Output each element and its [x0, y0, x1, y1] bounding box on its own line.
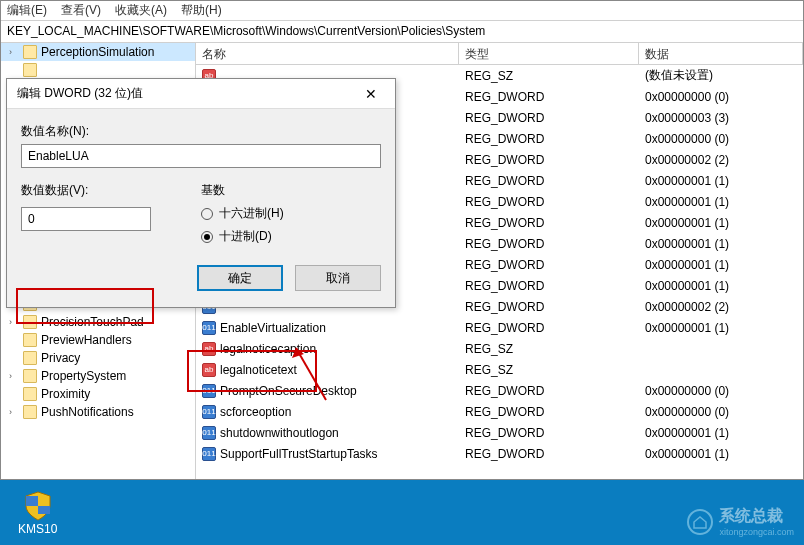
desktop-icon-kms10[interactable]: KMS10 [18, 490, 57, 536]
value-name: scforceoption [220, 405, 291, 419]
tree-item-label: Proximity [41, 387, 90, 401]
dialog-title-bar[interactable]: 编辑 DWORD (32 位)值 ✕ [7, 79, 395, 109]
menu-edit[interactable]: 编辑(E) [7, 2, 47, 19]
address-bar[interactable]: KEY_LOCAL_MACHINE\SOFTWARE\Microsoft\Win… [1, 21, 803, 43]
value-data: 0x00000001 (1) [639, 216, 803, 230]
value-type: REG_SZ [459, 69, 639, 83]
tree-item[interactable]: ›PerceptionSimulation [1, 43, 195, 61]
tree-item[interactable]: ›PropertySystem [1, 367, 195, 385]
svg-rect-3 [38, 506, 50, 514]
value-data: 0x00000001 (1) [639, 426, 803, 440]
value-name-input[interactable]: EnableLUA [21, 144, 381, 168]
tree-item-label: PushNotifications [41, 405, 134, 419]
value-data: 0x00000000 (0) [639, 132, 803, 146]
value-type: REG_DWORD [459, 405, 639, 419]
value-data: 0x00000001 (1) [639, 174, 803, 188]
radio-hex[interactable] [201, 208, 213, 220]
value-type: REG_DWORD [459, 384, 639, 398]
value-type: REG_DWORD [459, 321, 639, 335]
edit-dword-dialog: 编辑 DWORD (32 位)值 ✕ 数值名称(N): EnableLUA 数值… [6, 78, 396, 308]
dword-value-icon: 011 [202, 405, 216, 419]
chevron-right-icon[interactable]: › [9, 371, 19, 381]
string-value-icon: ab [202, 342, 216, 356]
desktop-icon-label: KMS10 [18, 522, 57, 536]
tree-item[interactable]: ›PrecisionTouchPad [1, 313, 195, 331]
cancel-button[interactable]: 取消 [295, 265, 381, 291]
dword-value-icon: 011 [202, 426, 216, 440]
col-header-name[interactable]: 名称 [196, 43, 459, 64]
value-data: 0x00000000 (0) [639, 384, 803, 398]
tree-item-label: Privacy [41, 351, 80, 365]
folder-icon [23, 387, 37, 401]
value-type: REG_DWORD [459, 447, 639, 461]
list-row[interactable]: ablegalnoticecaptionREG_SZ [196, 338, 803, 359]
value-data: 0x00000002 (2) [639, 300, 803, 314]
menu-view[interactable]: 查看(V) [61, 2, 101, 19]
tree-item[interactable]: Proximity [1, 385, 195, 403]
value-data: 0x00000001 (1) [639, 258, 803, 272]
folder-icon [23, 333, 37, 347]
list-row[interactable]: 011EnableVirtualizationREG_DWORD0x000000… [196, 317, 803, 338]
value-data: 0x00000002 (2) [639, 153, 803, 167]
value-type: REG_DWORD [459, 237, 639, 251]
list-row[interactable]: 011scforceoptionREG_DWORD0x00000000 (0) [196, 401, 803, 422]
folder-icon [23, 63, 37, 77]
dialog-body: 数值名称(N): EnableLUA 数值数据(V): 基数 十六进制(H) 十… [7, 109, 395, 307]
chevron-right-icon[interactable]: › [9, 317, 19, 327]
chevron-right-icon[interactable]: › [9, 407, 19, 417]
close-icon[interactable]: ✕ [357, 84, 385, 104]
string-value-icon: ab [202, 363, 216, 377]
list-row[interactable]: ablegalnoticetextREG_SZ [196, 359, 803, 380]
watermark-logo-icon [687, 509, 713, 535]
value-name: EnableVirtualization [220, 321, 326, 335]
chevron-right-icon[interactable]: › [9, 47, 19, 57]
list-row[interactable]: 011shutdownwithoutlogonREG_DWORD0x000000… [196, 422, 803, 443]
folder-icon [23, 369, 37, 383]
value-data: 0x00000000 (0) [639, 90, 803, 104]
ok-button[interactable]: 确定 [197, 265, 283, 291]
value-name-label: 数值名称(N): [21, 123, 381, 140]
radio-hex-row[interactable]: 十六进制(H) [201, 205, 284, 222]
radio-dec-label: 十进制(D) [219, 228, 272, 245]
menu-bar: 编辑(E) 查看(V) 收藏夹(A) 帮助(H) [1, 1, 803, 21]
value-data: 0x00000003 (3) [639, 111, 803, 125]
value-data: 0x00000001 (1) [639, 279, 803, 293]
watermark-url: xitongzongcai.com [719, 527, 794, 537]
list-row[interactable]: 011SupportFullTrustStartupTasksREG_DWORD… [196, 443, 803, 464]
value-data: 0x00000001 (1) [639, 321, 803, 335]
radio-dec[interactable] [201, 231, 213, 243]
value-type: REG_DWORD [459, 174, 639, 188]
value-type: REG_DWORD [459, 153, 639, 167]
tree-item-label: PropertySystem [41, 369, 126, 383]
dword-value-icon: 011 [202, 384, 216, 398]
shield-icon [22, 490, 54, 522]
tree-item[interactable]: ›PushNotifications [1, 403, 195, 421]
folder-icon [23, 45, 37, 59]
tree-item[interactable]: PreviewHandlers [1, 331, 195, 349]
value-data: 0x00000001 (1) [639, 195, 803, 209]
col-header-type[interactable]: 类型 [459, 43, 639, 64]
value-data: (数值未设置) [639, 67, 803, 84]
value-type: REG_DWORD [459, 426, 639, 440]
value-type: REG_DWORD [459, 216, 639, 230]
value-name: legalnoticecaption [220, 342, 316, 356]
tree-item[interactable]: Privacy [1, 349, 195, 367]
value-type: REG_SZ [459, 342, 639, 356]
dword-value-icon: 011 [202, 447, 216, 461]
list-row[interactable]: 011PromptOnSecureDesktopREG_DWORD0x00000… [196, 380, 803, 401]
tree-item-label: PrecisionTouchPad [41, 315, 144, 329]
list-header: 名称 类型 数据 [196, 43, 803, 65]
value-data: 0x00000000 (0) [639, 405, 803, 419]
menu-favorites[interactable]: 收藏夹(A) [115, 2, 167, 19]
value-data: 0x00000001 (1) [639, 447, 803, 461]
radio-dec-row[interactable]: 十进制(D) [201, 228, 284, 245]
dialog-title: 编辑 DWORD (32 位)值 [17, 85, 143, 102]
tree-item[interactable] [1, 61, 195, 79]
col-header-data[interactable]: 数据 [639, 43, 803, 64]
value-type: REG_DWORD [459, 111, 639, 125]
folder-icon [23, 351, 37, 365]
value-type: REG_DWORD [459, 195, 639, 209]
menu-help[interactable]: 帮助(H) [181, 2, 222, 19]
value-name: SupportFullTrustStartupTasks [220, 447, 378, 461]
value-data-input[interactable] [21, 207, 151, 231]
